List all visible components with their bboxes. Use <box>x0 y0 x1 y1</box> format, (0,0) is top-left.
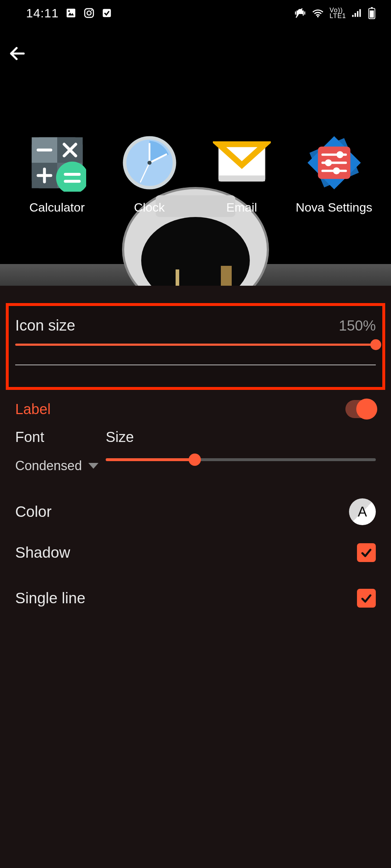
font-size-row: Font Condensed Size <box>15 429 376 473</box>
app-email[interactable]: Email <box>200 134 283 214</box>
slider-thumb[interactable] <box>189 454 201 466</box>
svg-rect-20 <box>221 266 232 286</box>
email-icon <box>213 134 271 192</box>
svg-rect-0 <box>67 9 75 17</box>
color-label: Color <box>15 503 51 520</box>
svg-rect-10 <box>360 9 361 17</box>
header <box>7 43 28 64</box>
svg-rect-7 <box>352 15 354 17</box>
app-label: Nova Settings <box>296 200 373 214</box>
single-line-checkbox[interactable] <box>357 589 376 608</box>
divider-line <box>15 365 376 365</box>
icon-size-label: Icon size <box>15 317 75 334</box>
svg-rect-6 <box>103 9 111 17</box>
font-dropdown[interactable]: Condensed <box>15 458 106 473</box>
label-section-title: Label <box>15 401 51 417</box>
icon-size-value: 150% <box>339 318 376 334</box>
svg-point-38 <box>147 161 151 165</box>
arrow-left-icon <box>8 44 27 63</box>
signal-icon <box>351 7 363 19</box>
status-left: 14:11 <box>26 6 112 20</box>
font-header: Font <box>15 429 106 445</box>
shadow-label: Shadow <box>15 544 70 561</box>
svg-point-5 <box>91 10 92 11</box>
shadow-checkbox[interactable] <box>357 543 376 562</box>
slider-thumb[interactable] <box>370 339 381 350</box>
vibrate-icon <box>294 7 306 19</box>
app-calculator[interactable]: Calculator <box>16 134 99 214</box>
app-row: Calculator Clock <box>0 134 391 214</box>
icon-size-slider[interactable] <box>15 344 376 346</box>
svg-rect-42 <box>219 175 265 181</box>
font-value: Condensed <box>15 458 82 473</box>
gallery-icon <box>65 7 77 19</box>
single-line-row[interactable]: Single line <box>15 589 376 608</box>
app-clock[interactable]: Clock <box>108 134 191 214</box>
shadow-row[interactable]: Shadow <box>15 543 376 562</box>
highlight-box <box>6 303 385 390</box>
svg-rect-12 <box>370 10 374 18</box>
size-header: Size <box>106 429 376 445</box>
chevron-down-icon <box>88 463 98 469</box>
svg-rect-13 <box>371 7 373 9</box>
svg-point-2 <box>68 10 70 12</box>
svg-point-47 <box>337 152 342 157</box>
label-toggle[interactable] <box>345 400 376 418</box>
app-label: Email <box>226 200 257 214</box>
app-label: Calculator <box>29 200 85 214</box>
check-icon <box>360 546 373 559</box>
check-icon <box>360 591 373 605</box>
svg-point-49 <box>326 161 331 165</box>
svg-rect-9 <box>357 11 358 17</box>
calculator-icon <box>28 134 86 192</box>
app-nova-settings[interactable]: Nova Settings <box>293 134 376 214</box>
volte-icon: Vo)) LTE1 <box>329 7 346 19</box>
battery-icon <box>368 7 376 19</box>
color-row[interactable]: Color A <box>15 498 376 525</box>
checkbox-icon <box>101 8 112 18</box>
svg-point-4 <box>87 11 91 15</box>
font-column: Font Condensed <box>15 429 106 473</box>
color-chip[interactable]: A <box>349 498 376 525</box>
color-chip-text: A <box>358 504 367 520</box>
instagram-icon <box>83 7 95 19</box>
status-bar: 14:11 Vo)) LTE1 <box>0 0 391 26</box>
status-right: Vo)) LTE1 <box>294 7 376 20</box>
wifi-icon <box>311 7 324 20</box>
nova-settings-icon <box>305 134 363 192</box>
label-size-slider[interactable] <box>106 458 376 461</box>
size-column: Size <box>106 429 376 461</box>
toggle-knob <box>356 399 377 420</box>
single-line-label: Single line <box>15 590 85 607</box>
label-section-row: Label <box>15 400 376 418</box>
preview-area: Calculator Clock <box>0 61 391 286</box>
slider-fill <box>106 458 195 461</box>
slider-track <box>15 344 376 346</box>
status-time: 14:11 <box>26 6 59 20</box>
svg-point-51 <box>334 169 339 173</box>
back-button[interactable] <box>7 43 28 64</box>
app-label: Clock <box>134 200 165 214</box>
settings-panel: Icon size 150% Label Font Condensed Size <box>0 286 391 868</box>
icon-size-row: Icon size 150% <box>15 317 376 334</box>
clock-icon <box>121 134 178 192</box>
svg-rect-19 <box>176 269 179 286</box>
svg-rect-8 <box>354 13 356 17</box>
